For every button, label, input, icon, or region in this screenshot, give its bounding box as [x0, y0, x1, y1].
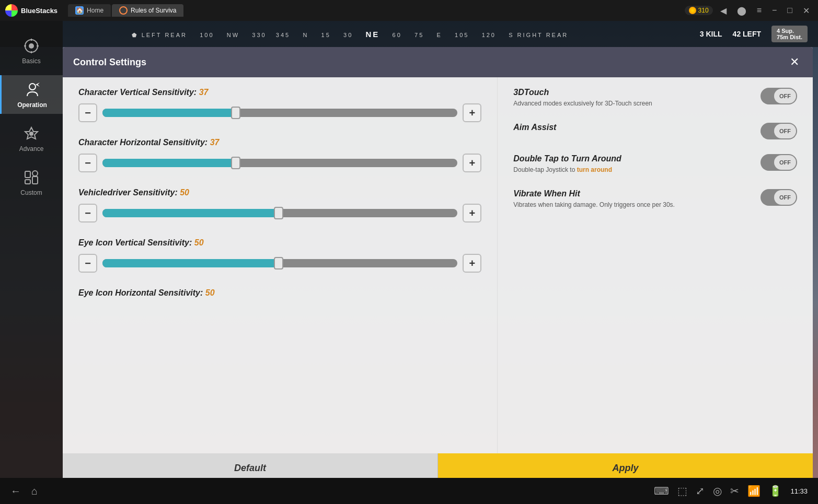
slider-fill-char-horizontal	[102, 159, 237, 167]
wifi-icon: 📶	[747, 485, 761, 497]
slider-label-eye-vertical: Eye Icon Vertical Sensitivity: 50	[78, 238, 481, 248]
share-icon[interactable]: ⬤	[734, 5, 750, 17]
basics-label: Basics	[22, 57, 40, 65]
scissors-icon[interactable]: ✂	[730, 485, 739, 497]
coins-value: 310	[698, 7, 709, 14]
vibrate-info: Vibrate When Hit Vibrates when taking da…	[513, 189, 752, 209]
slider-group-char-vertical: Character Vertical Sensitivity: 37 − +	[78, 88, 481, 122]
3dtouch-knob: OFF	[774, 89, 796, 103]
slider-track-char-vertical[interactable]	[102, 109, 457, 117]
titlebar: BlueStacks 🏠 Home Rules of Surviva 310 ◀…	[0, 0, 818, 21]
slider-thumb-char-vertical[interactable]	[231, 107, 240, 119]
sliders-panel: Character Vertical Sensitivity: 37 − + C…	[63, 77, 498, 453]
slider-row-eye-vertical: − +	[78, 254, 481, 273]
vibrate-desc: Vibrates when taking damage. Only trigge…	[513, 201, 752, 209]
svg-point-1	[29, 43, 34, 49]
operation-icon	[23, 80, 42, 99]
app-name: BlueStacks	[21, 7, 57, 15]
slider-group-char-horizontal: Character Horizontal Sensitivity: 37 − +	[78, 138, 481, 172]
control-settings-dialog: Control Settings ✕ Character Vertical Se…	[63, 47, 813, 483]
bs-logo-icon	[5, 4, 18, 17]
toggle-group-3dtouch: 3DTouch Advanced modes exclusively for 3…	[513, 88, 797, 108]
hud-stats: 3 KILL 42 LEFT 4 Sup. 75m Dist.	[700, 26, 818, 42]
slider-track-char-horizontal[interactable]	[102, 159, 457, 167]
dialog-body: Character Vertical Sensitivity: 37 − + C…	[63, 77, 813, 453]
slider-row-char-vertical: − +	[78, 103, 481, 122]
slider-plus-char-horizontal[interactable]: +	[463, 154, 481, 172]
3dtouch-toggle[interactable]: OFF	[761, 88, 797, 104]
svg-point-2	[29, 84, 36, 90]
toggle-group-vibrate: Vibrate When Hit Vibrates when taking da…	[513, 189, 797, 209]
sidebar-item-advance[interactable]: Advance	[0, 119, 63, 158]
slider-minus-vehicledriver[interactable]: −	[78, 204, 97, 222]
dist-count: 75m Dist.	[777, 34, 802, 40]
toggles-panel: 3DTouch Advanced modes exclusively for 3…	[498, 77, 813, 453]
sidebar-item-operation[interactable]: Operation	[0, 75, 63, 114]
aim-assist-knob: OFF	[774, 124, 796, 138]
slider-track-vehicledriver[interactable]	[102, 209, 457, 217]
slider-group-eye-horizontal: Eye Icon Horizontal Sensitivity: 50	[78, 288, 481, 298]
kill-count: 3 KILL	[700, 30, 722, 38]
slider-minus-char-horizontal[interactable]: −	[78, 154, 97, 172]
slider-thumb-eye-vertical[interactable]	[274, 257, 283, 269]
advance-label: Advance	[19, 145, 44, 153]
slider-label-char-horizontal: Character Horizontal Sensitivity: 37	[78, 138, 481, 147]
slider-minus-char-vertical[interactable]: −	[78, 103, 97, 122]
titlebar-controls: 310 ◀ ⬤ ≡ − □ ✕	[685, 5, 818, 17]
toggle-group-double-tap: Double Tap to Turn Around Double-tap Joy…	[513, 154, 797, 174]
slider-label-char-vertical: Character Vertical Sensitivity: 37	[78, 88, 481, 97]
screen-icon[interactable]: ⬚	[677, 485, 687, 497]
sidebar: Basics Operation Advance	[0, 21, 63, 483]
keyboard-icon[interactable]: ⌨	[654, 485, 669, 497]
slider-thumb-char-horizontal[interactable]	[231, 157, 240, 169]
tab-home[interactable]: 🏠 Home	[68, 4, 111, 17]
sidebar-item-custom[interactable]: Custom	[0, 163, 63, 202]
dialog-close-button[interactable]: ✕	[787, 54, 802, 70]
dialog-header: Control Settings ✕	[63, 47, 813, 77]
sidebar-item-basics[interactable]: Basics	[0, 31, 63, 70]
slider-plus-char-vertical[interactable]: +	[463, 103, 481, 122]
expand-icon[interactable]: ⤢	[696, 485, 705, 497]
maximize-button[interactable]: □	[784, 5, 796, 16]
custom-label: Custom	[20, 189, 42, 196]
home-icon[interactable]: ⌂	[31, 485, 38, 497]
back-icon[interactable]: ←	[10, 485, 21, 497]
location-icon[interactable]: ◎	[713, 485, 722, 497]
double-tap-track: OFF	[761, 154, 797, 171]
slider-plus-vehicledriver[interactable]: +	[463, 204, 481, 222]
home-tab-icon: 🏠	[75, 6, 84, 15]
game-hud: ⬟ LEFT REAR 100 NW 330 345 N 15 30 NE 60…	[0, 21, 818, 47]
hud-compass: ⬟ LEFT REAR 100 NW 330 345 N 15 30 NE 60…	[0, 30, 700, 39]
slider-track-eye-vertical[interactable]	[102, 259, 457, 267]
double-tap-info: Double Tap to Turn Around Double-tap Joy…	[513, 154, 752, 174]
tab-game[interactable]: Rules of Surviva	[112, 4, 183, 17]
double-tap-toggle[interactable]: OFF	[761, 154, 797, 171]
vibrate-toggle[interactable]: OFF	[761, 189, 797, 206]
coins-badge: 310	[685, 6, 713, 15]
svg-point-7	[32, 171, 38, 176]
double-tap-desc: Double-tap Joystick to turn around	[513, 166, 752, 174]
aim-assist-title: Aim Assist	[513, 123, 752, 132]
slider-plus-eye-vertical[interactable]: +	[463, 254, 481, 273]
menu-icon[interactable]: ≡	[754, 5, 765, 16]
aim-assist-toggle[interactable]: OFF	[761, 123, 797, 139]
dialog-title: Control Settings	[73, 57, 146, 68]
sup-count: 4 Sup.	[777, 28, 802, 34]
titlebar-tabs: 🏠 Home Rules of Surviva	[68, 4, 183, 17]
taskbar-right: ⌨ ⬚ ⤢ ◎ ✂ 📶 🔋 11:33	[654, 485, 808, 497]
minimize-button[interactable]: −	[769, 5, 780, 16]
tab-game-label: Rules of Surviva	[131, 7, 176, 14]
3dtouch-desc: Advanced modes exclusively for 3D-Touch …	[513, 99, 752, 108]
svg-rect-5	[32, 177, 38, 184]
svg-rect-4	[25, 180, 30, 184]
slider-row-char-horizontal: − +	[78, 154, 481, 172]
slider-minus-eye-vertical[interactable]: −	[78, 254, 97, 273]
slider-thumb-vehicledriver[interactable]	[274, 207, 283, 219]
operation-label: Operation	[17, 101, 47, 109]
nav-icon[interactable]: ◀	[717, 5, 730, 17]
slider-fill-eye-vertical	[102, 259, 280, 267]
aim-assist-info: Aim Assist	[513, 123, 752, 134]
clock: 11:33	[790, 487, 808, 495]
double-tap-title: Double Tap to Turn Around	[513, 154, 752, 163]
close-button[interactable]: ✕	[800, 5, 813, 17]
